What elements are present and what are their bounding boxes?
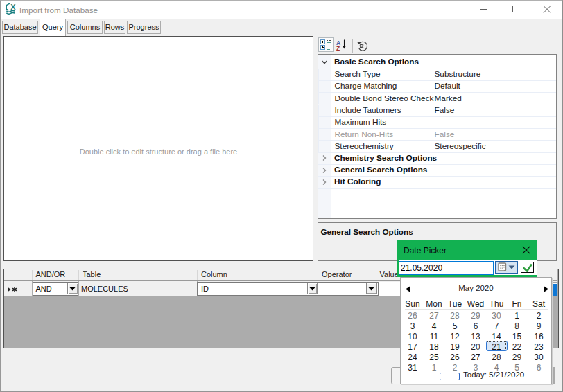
svg-text:Z: Z bbox=[336, 45, 340, 52]
svg-text:X: X bbox=[10, 3, 16, 11]
